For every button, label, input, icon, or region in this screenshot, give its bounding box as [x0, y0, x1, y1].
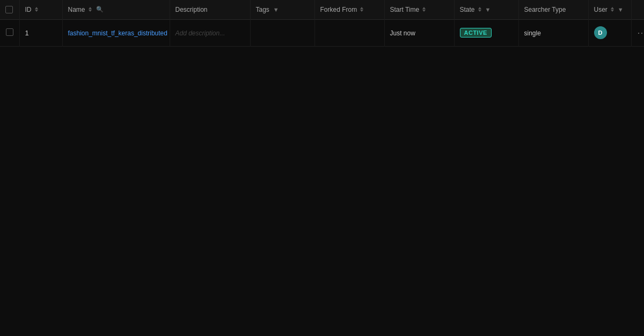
- row-actions-cell: ⋯: [631, 19, 644, 46]
- user-filter-icon[interactable]: ▼: [618, 6, 624, 13]
- row-tags-cell: [250, 19, 314, 46]
- select-all-checkbox[interactable]: [5, 6, 13, 13]
- row-user-cell: D: [588, 19, 631, 46]
- state-badge: ACTIVE: [460, 28, 492, 38]
- sort-down-icon: [611, 10, 614, 12]
- sort-down-icon: [35, 10, 38, 12]
- header-start-time[interactable]: Start Time: [384, 0, 454, 19]
- experiment-name-link[interactable]: fashion_mnist_tf_keras_distributed: [68, 29, 167, 37]
- tags-filter-icon[interactable]: ▼: [273, 6, 279, 13]
- header-start-time-label: Start Time: [390, 6, 420, 13]
- row-description-cell[interactable]: Add description...: [170, 19, 250, 46]
- header-id[interactable]: ID: [19, 0, 62, 19]
- header-state-label: State: [460, 6, 475, 13]
- name-search-icon[interactable]: 🔍: [96, 6, 104, 13]
- sort-down-icon: [422, 10, 426, 12]
- more-actions-button[interactable]: ⋯: [637, 27, 645, 39]
- id-sort-icon[interactable]: [35, 7, 38, 12]
- user-sort-icon[interactable]: [611, 7, 614, 12]
- row-state-cell: ACTIVE: [454, 19, 518, 46]
- row-name-cell: fashion_mnist_tf_keras_distributed: [62, 19, 170, 46]
- sort-down-icon: [360, 10, 363, 12]
- name-sort-icon[interactable]: [89, 7, 92, 12]
- row-start-time: Just now: [390, 29, 415, 37]
- sort-up-icon: [89, 7, 92, 9]
- state-sort-icon[interactable]: [478, 7, 481, 12]
- row-searcher-type: single: [524, 29, 541, 37]
- table-row: 1 fashion_mnist_tf_keras_distributed Add…: [0, 19, 644, 46]
- header-user[interactable]: User ▼: [588, 0, 631, 19]
- header-searcher-type: Searcher Type: [518, 0, 588, 19]
- sort-up-icon: [478, 7, 481, 9]
- sort-up-icon: [422, 7, 426, 9]
- header-state[interactable]: State ▼: [454, 0, 518, 19]
- sort-down-icon: [478, 10, 481, 12]
- row-searcher-type-cell: single: [518, 19, 588, 46]
- header-description: Description: [170, 0, 250, 19]
- header-tags-label: Tags: [256, 6, 269, 13]
- experiments-table-container: ID Name 🔍: [0, 0, 644, 336]
- sort-down-icon: [89, 10, 92, 12]
- row-checkbox-cell: [0, 19, 19, 46]
- description-placeholder[interactable]: Add description...: [175, 29, 225, 37]
- header-actions: [631, 0, 644, 19]
- sort-up-icon: [611, 7, 614, 9]
- header-searcher-type-label: Searcher Type: [524, 6, 566, 13]
- header-forked-from-label: Forked From: [320, 6, 357, 13]
- state-filter-icon[interactable]: ▼: [485, 6, 491, 13]
- sort-up-icon: [35, 7, 38, 9]
- row-start-time-cell: Just now: [384, 19, 454, 46]
- header-name-label: Name: [68, 6, 85, 13]
- header-user-label: User: [594, 6, 608, 13]
- header-tags[interactable]: Tags ▼: [250, 0, 314, 19]
- forked-sort-icon[interactable]: [360, 7, 363, 12]
- row-id: 1: [25, 29, 29, 37]
- header-id-label: ID: [25, 6, 32, 13]
- sort-up-icon: [360, 7, 363, 9]
- header-checkbox-cell: [0, 0, 19, 19]
- header-description-label: Description: [175, 6, 208, 13]
- row-checkbox[interactable]: [6, 28, 13, 36]
- experiments-table: ID Name 🔍: [0, 0, 644, 47]
- row-forked-from-cell: [314, 19, 384, 46]
- start-time-sort-icon[interactable]: [422, 7, 426, 12]
- row-id-cell: 1: [19, 19, 62, 46]
- header-forked-from[interactable]: Forked From: [314, 0, 384, 19]
- table-header-row: ID Name 🔍: [0, 0, 644, 19]
- header-name[interactable]: Name 🔍: [62, 0, 170, 19]
- user-avatar[interactable]: D: [594, 26, 607, 39]
